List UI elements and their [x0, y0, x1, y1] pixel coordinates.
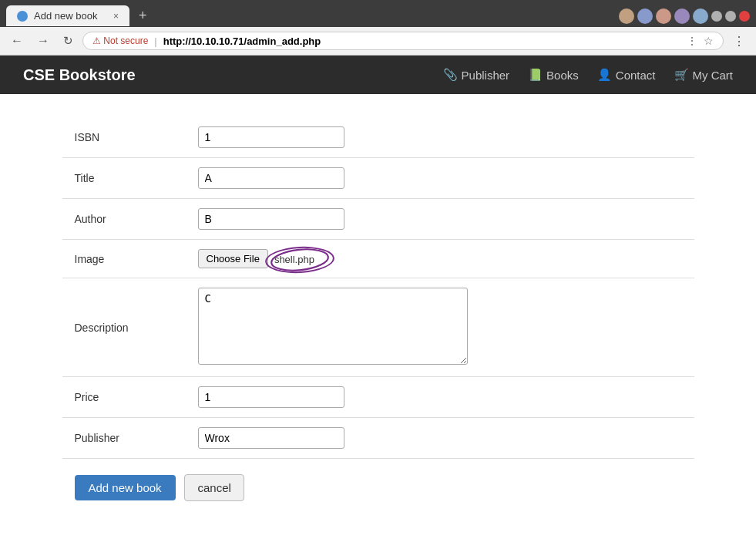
- address-bar-icons: ⋮ ☆: [687, 35, 714, 47]
- publisher-input[interactable]: [198, 427, 344, 449]
- reload-button[interactable]: ↻: [59, 32, 78, 49]
- cart-icon: 🛒: [674, 68, 689, 82]
- address-path: /admin_add.php: [244, 35, 321, 47]
- nav-books[interactable]: 📗 Books: [528, 68, 579, 82]
- file-input-wrapper: Choose File shell.php: [198, 249, 682, 268]
- nav-cart-label: My Cart: [693, 69, 734, 82]
- address-text: http://10.10.10.71/admin_add.php: [163, 35, 321, 47]
- site-navbar: CSE Bookstore 📎 Publisher 📗 Books 👤 Cont…: [0, 56, 756, 94]
- isbn-input[interactable]: [198, 126, 344, 148]
- security-warning: ⚠ Not secure: [92, 35, 148, 46]
- nav-links: 📎 Publisher 📗 Books 👤 Contact 🛒 My Cart: [443, 68, 733, 82]
- nav-books-label: Books: [546, 69, 579, 82]
- profile-circle-5: [693, 8, 708, 24]
- publisher-row: Publisher: [62, 418, 694, 459]
- site-brand: CSE Bookstore: [23, 66, 136, 84]
- cancel-button[interactable]: cancel: [184, 474, 244, 501]
- price-cell: [186, 377, 694, 418]
- nav-cart[interactable]: 🛒 My Cart: [674, 68, 734, 82]
- profile-circle-1: [619, 8, 634, 24]
- isbn-row: ISBN: [62, 117, 694, 158]
- profile-circle-4: [674, 8, 690, 24]
- image-label: Image: [62, 240, 186, 278]
- title-row: Title: [62, 158, 694, 199]
- books-icon: 📗: [528, 68, 543, 82]
- browser-menu-icon[interactable]: ⋮: [728, 32, 750, 50]
- nav-publisher-label: Publisher: [462, 69, 510, 82]
- minimize-button[interactable]: [711, 11, 722, 22]
- form-container: ISBN Title Author Image: [47, 117, 710, 517]
- price-input[interactable]: [198, 386, 344, 408]
- title-input[interactable]: [198, 167, 344, 189]
- author-cell: [186, 199, 694, 240]
- isbn-label: ISBN: [62, 117, 186, 158]
- profile-icons: [619, 8, 708, 24]
- author-row: Author: [62, 199, 694, 240]
- active-tab[interactable]: Add new book ×: [6, 5, 129, 26]
- bookmark-icon[interactable]: ☆: [704, 35, 714, 47]
- form-table: ISBN Title Author Image: [62, 117, 694, 459]
- title-label: Title: [62, 158, 186, 199]
- price-label: Price: [62, 377, 186, 418]
- profile-circle-3: [656, 8, 671, 24]
- address-prefix: http://: [163, 35, 191, 47]
- add-book-form: ISBN Title Author Image: [62, 117, 694, 517]
- publisher-label: Publisher: [62, 418, 186, 459]
- contact-icon: 👤: [597, 68, 612, 82]
- tab-bar: Add new book × +: [0, 0, 756, 27]
- nav-publisher[interactable]: 📎 Publisher: [443, 68, 510, 82]
- browser-controls: ← → ↻ ⚠ Not secure | http://10.10.10.71/…: [0, 27, 756, 56]
- author-input[interactable]: [198, 208, 344, 230]
- description-label: Description: [62, 278, 186, 377]
- form-buttons: Add new book cancel: [62, 459, 694, 517]
- author-label: Author: [62, 199, 186, 240]
- close-button[interactable]: [739, 11, 750, 22]
- maximize-button[interactable]: [725, 11, 736, 22]
- tab-title: Add new book: [34, 10, 97, 22]
- share-icon[interactable]: ⋮: [687, 35, 697, 47]
- image-row: Image Choose File shell.php: [62, 240, 694, 278]
- tab-favicon: [17, 11, 28, 22]
- nav-contact[interactable]: 👤 Contact: [597, 68, 656, 82]
- choose-file-button[interactable]: Choose File: [198, 249, 268, 268]
- tab-close-btn[interactable]: ×: [113, 11, 119, 22]
- nav-contact-label: Contact: [616, 69, 656, 82]
- publisher-cell: [186, 418, 694, 459]
- profile-circle-2: [637, 8, 653, 24]
- browser-window: Add new book × + ← → ↻ ⚠ Not: [0, 0, 756, 56]
- file-name-wrapper: shell.php: [274, 253, 314, 265]
- forward-button[interactable]: →: [32, 32, 54, 49]
- image-cell: Choose File shell.php: [186, 240, 694, 278]
- address-bar[interactable]: ⚠ Not secure | http://10.10.10.71/admin_…: [82, 32, 724, 50]
- isbn-cell: [186, 117, 694, 158]
- price-row: Price: [62, 377, 694, 418]
- add-book-button[interactable]: Add new book: [75, 475, 176, 500]
- back-button[interactable]: ←: [6, 32, 28, 49]
- file-name-display: shell.php: [274, 254, 314, 265]
- publisher-icon: 📎: [443, 68, 458, 82]
- description-textarea[interactable]: C: [198, 288, 468, 365]
- window-controls: [619, 8, 750, 24]
- address-domain: 10.10.10.71: [191, 35, 244, 47]
- description-cell: C: [186, 278, 694, 377]
- new-tab-button[interactable]: +: [133, 5, 153, 27]
- title-cell: [186, 158, 694, 199]
- window-controls-area: [613, 8, 750, 24]
- description-row: Description C: [62, 278, 694, 377]
